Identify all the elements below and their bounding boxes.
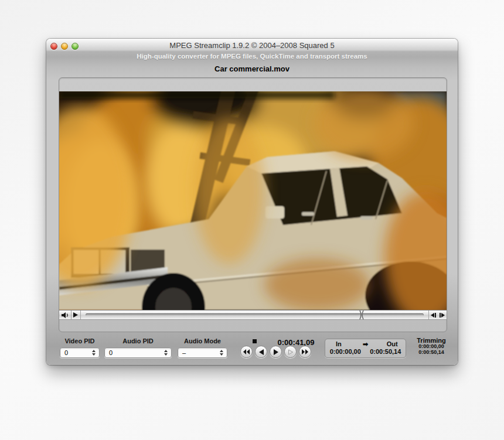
in-label: In bbox=[325, 340, 352, 348]
player-controller bbox=[59, 310, 447, 320]
trimming-info: Trimming 0:00:00,00 0:00:50,14 bbox=[405, 337, 458, 355]
audio-pid-select[interactable]: 0 bbox=[104, 347, 172, 358]
rewind-icon bbox=[243, 349, 250, 354]
window-title: MPEG Streamclip 1.9.2 © 2004–2008 Square… bbox=[46, 41, 458, 50]
play-backward-icon bbox=[258, 349, 264, 355]
stop-indicator bbox=[253, 339, 257, 343]
frame-forward-button[interactable] bbox=[438, 311, 447, 319]
out-timecode: 0:00:50,14 bbox=[366, 348, 406, 355]
play-slow-button[interactable] bbox=[284, 346, 297, 358]
volume-button[interactable] bbox=[59, 311, 71, 319]
video-pid-label: Video PID bbox=[60, 337, 100, 345]
playhead[interactable] bbox=[359, 311, 365, 319]
video-frame bbox=[59, 91, 447, 310]
frame-back-button[interactable] bbox=[429, 311, 438, 319]
controller-play-button[interactable] bbox=[71, 311, 80, 319]
play-slow-icon bbox=[288, 349, 294, 355]
burning-car-video-still bbox=[59, 91, 447, 310]
app-subtitle: High-quality converter for MPEG files, Q… bbox=[46, 53, 458, 60]
speaker-icon bbox=[62, 312, 69, 318]
document-name: Car commercial.mov bbox=[46, 64, 458, 73]
trimming-end: 0:00:50,14 bbox=[405, 350, 458, 356]
play-forward-button[interactable] bbox=[270, 346, 282, 358]
out-label: Out bbox=[379, 340, 406, 348]
play-forward-icon bbox=[273, 349, 279, 355]
rewind-button[interactable] bbox=[240, 346, 253, 358]
frame-forward-icon bbox=[440, 313, 445, 318]
play-backward-button[interactable] bbox=[255, 346, 267, 358]
audio-pid-value: 0 bbox=[105, 349, 164, 356]
video-pid-select[interactable]: 0 bbox=[60, 347, 100, 358]
audio-mode-select[interactable]: – bbox=[178, 347, 227, 358]
stepper-icon bbox=[164, 350, 168, 356]
video-panel-top-margin bbox=[59, 78, 447, 91]
stepper-icon bbox=[220, 350, 223, 356]
video-pid-value: 0 bbox=[60, 349, 92, 356]
frame-back-icon bbox=[431, 313, 436, 318]
in-out-box: In ➡ Out 0:00:00,00 0:00:50,14 bbox=[325, 339, 406, 358]
fast-forward-button[interactable] bbox=[299, 346, 311, 358]
scrubber[interactable] bbox=[81, 311, 428, 319]
transport-controls bbox=[240, 346, 311, 358]
video-panel bbox=[59, 77, 447, 332]
playhead-icon bbox=[359, 311, 365, 319]
fast-forward-icon bbox=[302, 349, 308, 354]
mpeg-streamclip-window: MPEG Streamclip 1.9.2 © 2004–2008 Square… bbox=[46, 39, 458, 365]
in-timecode: 0:00:00,00 bbox=[325, 348, 366, 355]
in-out-arrow-icon: ➡ bbox=[352, 340, 379, 348]
audio-pid-label: Audio PID bbox=[104, 337, 172, 345]
play-icon bbox=[73, 312, 79, 318]
stepper-icon bbox=[92, 350, 96, 356]
audio-mode-value: – bbox=[178, 349, 220, 356]
scrubber-track[interactable] bbox=[86, 313, 424, 316]
audio-mode-label: Audio Mode bbox=[178, 337, 227, 345]
